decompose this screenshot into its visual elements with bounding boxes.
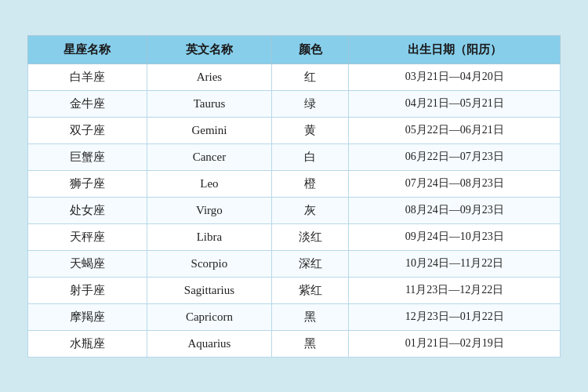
chinese-name: 天蝎座 <box>28 250 147 277</box>
color-name: 黑 <box>272 303 349 330</box>
birth-dates: 12月23日—01月22日 <box>349 303 561 330</box>
zodiac-table: 星座名称 英文名称 颜色 出生日期（阳历） 白羊座Aries红03月21日—04… <box>27 35 561 358</box>
table-row: 摩羯座Capricorn黑12月23日—01月22日 <box>28 303 561 330</box>
english-name: Aquarius <box>147 330 271 357</box>
header-chinese-name: 星座名称 <box>28 35 147 64</box>
chinese-name: 射手座 <box>28 277 147 303</box>
chinese-name: 双子座 <box>28 117 147 143</box>
color-name: 红 <box>272 64 349 90</box>
table-row: 狮子座Leo橙07月24日—08月23日 <box>28 170 561 197</box>
table-row: 巨蟹座Cancer白06月22日—07月23日 <box>28 143 561 170</box>
color-name: 淡红 <box>272 223 349 250</box>
chinese-name: 天秤座 <box>28 223 147 250</box>
color-name: 橙 <box>272 170 349 197</box>
table-row: 白羊座Aries红03月21日—04月20日 <box>28 64 561 90</box>
color-name: 白 <box>272 143 349 170</box>
table-row: 金牛座Taurus绿04月21日—05月21日 <box>28 90 561 117</box>
chinese-name: 巨蟹座 <box>28 143 147 170</box>
english-name: Aries <box>147 64 271 90</box>
table-row: 水瓶座Aquarius黑01月21日—02月19日 <box>28 330 561 357</box>
table-row: 双子座Gemini黄05月22日—06月21日 <box>28 117 561 143</box>
table-row: 天蝎座Scorpio深红10月24日—11月22日 <box>28 250 561 277</box>
color-name: 黑 <box>272 330 349 357</box>
header-english-name: 英文名称 <box>147 35 271 64</box>
birth-dates: 04月21日—05月21日 <box>349 90 561 117</box>
english-name: Leo <box>147 170 271 197</box>
color-name: 深红 <box>272 250 349 277</box>
birth-dates: 10月24日—11月22日 <box>349 250 561 277</box>
color-name: 黄 <box>272 117 349 143</box>
chinese-name: 处女座 <box>28 197 147 223</box>
color-name: 绿 <box>272 90 349 117</box>
birth-dates: 05月22日—06月21日 <box>349 117 561 143</box>
color-name: 紫红 <box>272 277 349 303</box>
chinese-name: 摩羯座 <box>28 303 147 330</box>
birth-dates: 06月22日—07月23日 <box>349 143 561 170</box>
header-color: 颜色 <box>272 35 349 64</box>
english-name: Capricorn <box>147 303 271 330</box>
birth-dates: 07月24日—08月23日 <box>349 170 561 197</box>
english-name: Scorpio <box>147 250 271 277</box>
english-name: Taurus <box>147 90 271 117</box>
birth-dates: 01月21日—02月19日 <box>349 330 561 357</box>
birth-dates: 09月24日—10月23日 <box>349 223 561 250</box>
table-row: 天秤座Libra淡红09月24日—10月23日 <box>28 223 561 250</box>
table-row: 处女座Virgo灰08月24日—09月23日 <box>28 197 561 223</box>
chinese-name: 金牛座 <box>28 90 147 117</box>
english-name: Libra <box>147 223 271 250</box>
birth-dates: 03月21日—04月20日 <box>349 64 561 90</box>
english-name: Cancer <box>147 143 271 170</box>
english-name: Virgo <box>147 197 271 223</box>
table-header-row: 星座名称 英文名称 颜色 出生日期（阳历） <box>28 35 561 64</box>
table-wrapper: 星座名称 英文名称 颜色 出生日期（阳历） 白羊座Aries红03月21日—04… <box>12 27 576 365</box>
english-name: Sagittarius <box>147 277 271 303</box>
color-name: 灰 <box>272 197 349 223</box>
header-birth-date: 出生日期（阳历） <box>349 35 561 64</box>
birth-dates: 11月23日—12月22日 <box>349 277 561 303</box>
chinese-name: 水瓶座 <box>28 330 147 357</box>
english-name: Gemini <box>147 117 271 143</box>
birth-dates: 08月24日—09月23日 <box>349 197 561 223</box>
chinese-name: 白羊座 <box>28 64 147 90</box>
chinese-name: 狮子座 <box>28 170 147 197</box>
table-row: 射手座Sagittarius紫红11月23日—12月22日 <box>28 277 561 303</box>
